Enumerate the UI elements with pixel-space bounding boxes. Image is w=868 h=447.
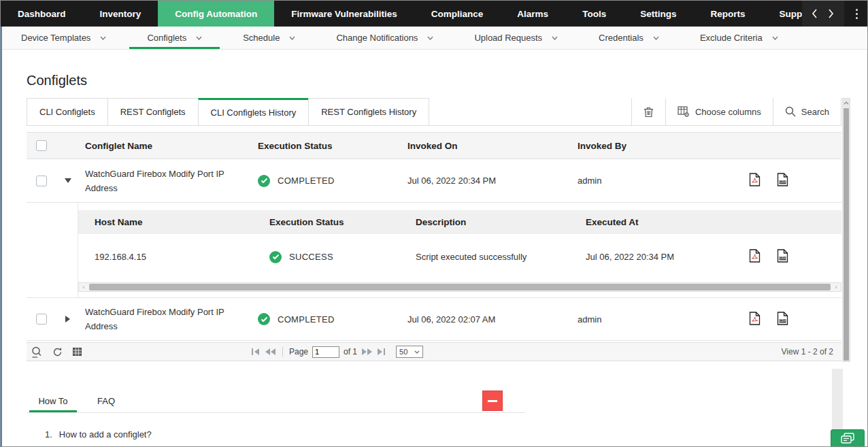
search-icon [785,106,796,117]
chat-support-icon [839,433,856,446]
execution-details-panel: Host Name Execution Status Description E… [78,203,841,297]
csv-export-icon[interactable]: CSV [777,312,788,327]
horizontal-scrollbar[interactable]: ‹ › [78,282,841,292]
subnav-upload-requests[interactable]: Upload Requests [454,27,578,49]
col-execution-status: Execution Status [252,141,402,151]
subnav-label: Configlets [147,33,186,43]
pdf-export-icon[interactable] [749,312,761,327]
nav-firmware-vulnerabilities[interactable]: Firmware Vulnerabilities [274,1,414,27]
subnav-change-notifications[interactable]: Change Notifications [316,27,454,49]
vertical-scrollbar[interactable] [842,98,850,362]
csv-export-icon[interactable]: CSV [777,249,788,265]
nav-scroll-arrows [802,1,844,27]
previous-page-icon[interactable] [265,348,276,356]
scroll-right-icon[interactable]: › [831,283,841,291]
tab-cli-configlets-history[interactable]: CLI Configlets History [198,98,309,125]
subnav-exclude-criteria[interactable]: Exclude Criteria [680,27,799,49]
col-invoked-on: Invoked On [402,141,572,151]
col-executed-at: Executed At [569,217,733,227]
next-page-icon[interactable] [361,348,373,356]
column-search-icon[interactable] [31,346,42,358]
delete-button[interactable] [631,98,665,125]
tab-rest-configlets-history[interactable]: REST Configlets History [308,98,429,125]
pdf-export-icon[interactable] [749,173,761,188]
nav-tools[interactable]: Tools [565,1,623,27]
invoked-by-cell: admin [572,314,735,325]
page-size-select[interactable]: 50 [396,346,423,358]
tab-how-to[interactable]: How To [27,390,80,411]
page-scrollbar-track[interactable] [832,369,843,429]
scroll-left-icon[interactable]: ‹ [79,283,88,291]
window-left-edge [1,27,2,446]
subnav-configlets[interactable]: Configlets [127,27,222,49]
tab-faq[interactable]: FAQ [80,390,133,411]
configlet-row[interactable]: WatchGuard Firebox Modify Port IP Addres… [27,159,841,203]
subnav-label: Device Templates [21,33,90,43]
help-section: How To FAQ 1. How to add a configlet? [27,390,525,440]
refresh-icon[interactable] [52,347,63,357]
nav-overflow-menu-icon[interactable] [846,1,867,27]
last-page-icon[interactable] [377,348,386,356]
first-page-icon[interactable] [251,348,261,356]
chevron-down-icon [552,36,558,40]
vertical-scroll-thumb[interactable] [844,108,849,361]
search-button[interactable]: Search [773,98,841,125]
subnav-credentials[interactable]: Credentials [578,27,680,49]
help-collapse-button[interactable] [482,391,503,411]
invoked-on-cell: Jul 06, 2022 02:07 AM [402,314,572,325]
tab-rest-configlets[interactable]: REST Configlets [107,98,198,125]
nav-scroll-right-icon[interactable] [828,8,835,19]
page-number-input[interactable] [312,346,339,358]
pdf-export-icon[interactable] [749,249,761,265]
nav-settings[interactable]: Settings [623,1,693,27]
chat-support-button[interactable] [831,429,865,447]
view-count-label: View 1 - 2 of 2 [782,347,842,357]
nav-alarms[interactable]: Alarms [500,1,565,27]
col-description: Description [399,217,569,227]
subnav-schedule[interactable]: Schedule [222,27,316,49]
tabbar-spacer [429,98,631,125]
help-divider [27,412,525,413]
scroll-up-icon[interactable] [843,99,850,107]
nav-dashboard[interactable]: Dashboard [1,1,83,27]
subnav-device-templates[interactable]: Device Templates [1,27,127,49]
tab-cli-configlets[interactable]: CLI Configlets [27,98,107,125]
minus-icon [488,400,497,402]
subnav-label: Change Notifications [336,33,418,43]
execution-status-cell: COMPLETED [252,313,402,325]
status-label: SUCCESS [289,252,333,262]
configlet-row[interactable]: WatchGuard Firebox Modify Port IP Addres… [27,297,841,341]
chevron-down-icon [772,36,778,40]
choose-columns-button[interactable]: Choose columns [665,98,773,125]
host-row[interactable]: 192.168.4.15 SUCCESS Script executed suc… [78,234,841,280]
table-footer: Page of 1 50 View 1 - 2 of 2 [27,342,841,361]
choose-columns-label: Choose columns [695,107,761,117]
expand-row-icon[interactable] [59,316,77,322]
subnav-label: Exclude Criteria [700,33,763,43]
help-question-link[interactable]: 1. How to add a configlet? [45,429,525,440]
row-checkbox[interactable] [36,314,47,325]
search-label: Search [801,107,829,117]
subnav-label: Schedule [243,33,280,43]
nav-compliance[interactable]: Compliance [414,1,501,27]
chevron-down-icon [100,36,106,40]
nav-inventory[interactable]: Inventory [83,1,158,27]
col-invoked-by: Invoked By [572,141,735,151]
collapse-row-icon[interactable] [59,178,77,183]
svg-text:CSV: CSV [780,256,786,260]
horizontal-scroll-thumb[interactable] [89,284,831,291]
page-size-value: 50 [399,348,407,356]
select-all-checkbox[interactable] [36,140,47,151]
nav-config-automation[interactable]: Config Automation [158,1,274,27]
svg-text:CSV: CSV [780,180,786,184]
subnav-label: Credentials [599,33,644,43]
row-checkbox[interactable] [36,176,47,186]
nav-reports[interactable]: Reports [693,1,762,27]
nav-scroll-left-icon[interactable] [812,8,818,19]
app-window: Dashboard Inventory Config Automation Fi… [0,0,868,447]
grid-view-icon[interactable] [73,348,82,356]
table-header-row: Configlet Name Execution Status Invoked … [27,132,841,159]
col-configlet-name: Configlet Name [77,141,252,151]
csv-export-icon[interactable]: CSV [777,173,788,188]
nav-support[interactable]: Supp [762,1,802,27]
